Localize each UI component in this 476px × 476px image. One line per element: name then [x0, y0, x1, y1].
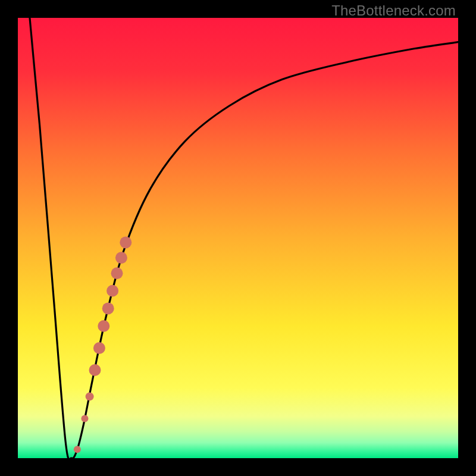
plot-area — [18, 18, 458, 458]
bottleneck-curve — [30, 18, 458, 458]
highlight-dot — [89, 364, 101, 376]
highlight-dot — [111, 267, 123, 279]
highlight-dot — [74, 446, 81, 453]
chart-outer-frame: TheBottleneck.com — [0, 0, 476, 476]
highlight-dot — [86, 392, 94, 400]
watermark-text: TheBottleneck.com — [331, 2, 456, 19]
curve-layer — [18, 18, 458, 458]
highlight-dot — [93, 342, 105, 354]
highlight-dot — [102, 302, 114, 314]
highlight-dot — [115, 252, 127, 264]
highlight-dots-group — [74, 236, 131, 453]
highlight-dot — [120, 236, 131, 248]
highlight-dot — [107, 285, 118, 297]
highlight-dot — [98, 320, 109, 332]
highlight-dot — [81, 415, 88, 422]
